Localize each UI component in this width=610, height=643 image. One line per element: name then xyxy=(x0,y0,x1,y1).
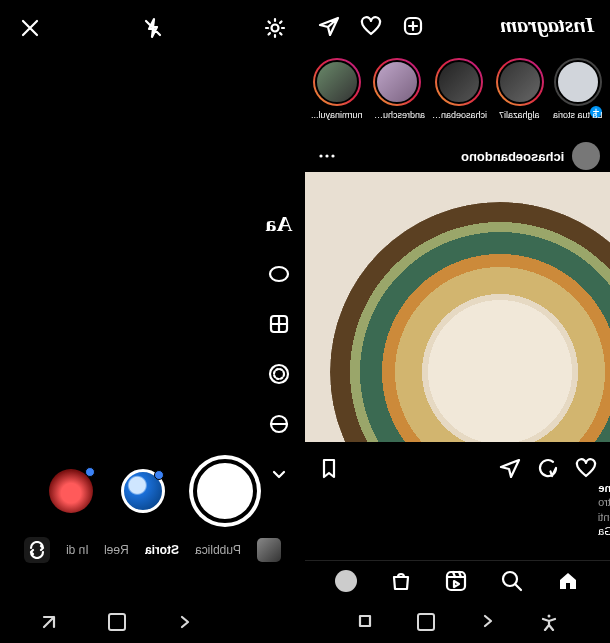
multi-capture-icon[interactable] xyxy=(265,360,293,388)
svg-point-6 xyxy=(319,154,322,157)
svg-point-3 xyxy=(274,369,284,379)
feed-header-icons xyxy=(317,14,425,38)
system-nav xyxy=(305,613,610,631)
heart-icon[interactable] xyxy=(359,14,383,38)
instagram-logo: Instagram xyxy=(500,12,594,38)
svg-point-11 xyxy=(547,615,550,618)
level-icon[interactable] xyxy=(265,410,293,438)
close-icon[interactable] xyxy=(18,16,42,40)
post-username[interactable]: ichasoebandono xyxy=(461,149,564,164)
svg-point-7 xyxy=(325,154,328,157)
story-item[interactable]: nurminayul... xyxy=(311,58,363,120)
stories-bar[interactable]: + La tua storia alghazali7 ichasoeband..… xyxy=(305,52,610,128)
direct-message-icon[interactable] xyxy=(317,14,341,38)
layout-grid-icon[interactable] xyxy=(265,310,293,338)
story-item[interactable]: alghazali7 xyxy=(493,58,545,120)
text-tool-icon[interactable]: Aa xyxy=(265,210,293,238)
flash-off-icon[interactable] xyxy=(141,16,165,40)
comment-icon[interactable] xyxy=(536,456,560,480)
like-icon[interactable] xyxy=(574,456,598,480)
comment-line[interactable]: ichasoebandono @s.sukmawatii Samaa bange… xyxy=(598,525,610,537)
bookmark-icon[interactable] xyxy=(317,456,341,480)
post-image[interactable] xyxy=(305,172,610,442)
home-tab-icon[interactable] xyxy=(556,569,580,593)
effect-thumbnail[interactable] xyxy=(49,469,93,513)
svg-point-2 xyxy=(270,365,288,383)
mode-storia[interactable]: Storia xyxy=(145,543,179,557)
effect-thumbnail[interactable] xyxy=(121,469,165,513)
camera-panel: Aa In di Reel Storia Pubblica xyxy=(0,0,305,643)
shutter-button[interactable] xyxy=(193,459,257,523)
svg-rect-12 xyxy=(360,616,370,626)
post-captions: Piace a nurminayuliani e migliaia di alt… xyxy=(305,482,610,537)
avatar[interactable] xyxy=(572,142,600,170)
new-post-icon[interactable] xyxy=(401,14,425,38)
accessibility-icon[interactable] xyxy=(540,613,558,631)
likes-line[interactable]: Piace a nurminayuliani e migliaia di alt… xyxy=(598,482,610,494)
back-icon[interactable] xyxy=(480,613,496,629)
settings-gear-icon[interactable] xyxy=(263,16,287,40)
post-actions xyxy=(305,450,610,486)
bottom-nav xyxy=(305,560,610,601)
camera-top-bar xyxy=(0,0,305,48)
profile-tab-avatar[interactable] xyxy=(335,570,357,592)
reels-tab-icon[interactable] xyxy=(444,569,468,593)
story-item[interactable]: andreschuer... xyxy=(369,58,425,120)
story-own[interactable]: + La tua storia xyxy=(552,58,604,120)
recents-icon[interactable] xyxy=(357,613,373,629)
share-icon[interactable] xyxy=(498,456,522,480)
home-icon[interactable] xyxy=(108,613,126,631)
svg-point-8 xyxy=(331,154,334,157)
recents-icon[interactable] xyxy=(40,613,58,631)
view-comments[interactable]: Visualizza tutti e 89 i commenti xyxy=(598,511,610,523)
story-item[interactable]: ichasoeband... xyxy=(431,58,487,120)
mode-pubblica[interactable]: Pubblica xyxy=(195,543,241,557)
system-nav xyxy=(40,613,194,631)
caption-line[interactable]: ichasoebandono Teralu cinta dengan jajan… xyxy=(598,496,610,509)
mode-selector: In di Reel Storia Pubblica xyxy=(0,537,305,563)
camera-tools: Aa xyxy=(265,210,293,488)
mode-reel[interactable]: Reel xyxy=(104,543,129,557)
boomerang-icon[interactable] xyxy=(265,260,293,288)
mode-indi[interactable]: In di xyxy=(66,543,89,557)
svg-point-0 xyxy=(272,25,279,32)
camera-switch-icon[interactable] xyxy=(24,537,50,563)
search-tab-icon[interactable] xyxy=(500,569,524,593)
back-icon[interactable] xyxy=(176,613,194,631)
gallery-thumb[interactable] xyxy=(257,538,281,562)
more-options-icon[interactable] xyxy=(315,144,339,168)
home-icon[interactable] xyxy=(417,613,435,631)
shutter-row xyxy=(0,459,305,523)
shop-tab-icon[interactable] xyxy=(389,569,413,593)
feed-panel: Instagram + La tua storia alghazali7 ich… xyxy=(305,0,610,643)
